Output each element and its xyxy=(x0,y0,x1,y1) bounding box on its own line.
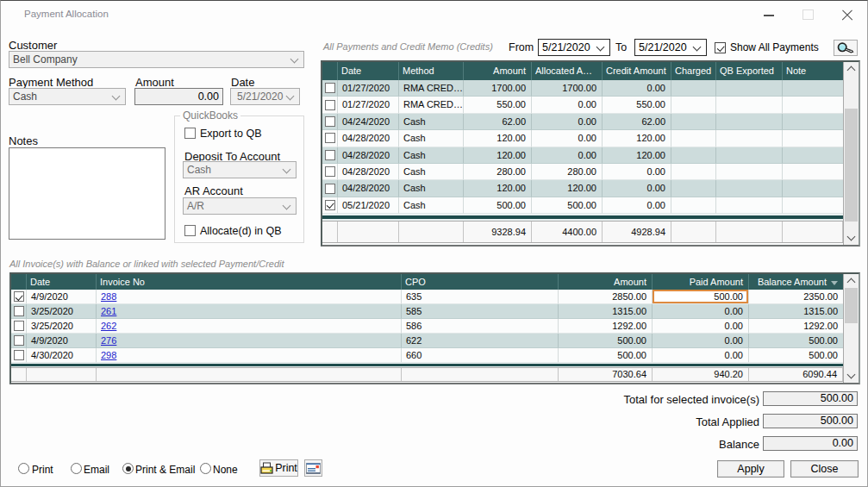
row-checkbox[interactable] xyxy=(14,291,24,302)
payments-col-note[interactable]: Note xyxy=(783,62,843,80)
payments-row[interactable]: 01/27/2020 RMA CRED… 550.00 0.00 550.00 xyxy=(322,97,859,113)
payments-col-qb-exported[interactable]: QB Exported xyxy=(716,62,783,80)
totals-empty-cell xyxy=(322,222,338,242)
invoices-total-paid: 940.20 xyxy=(653,368,749,381)
payment-allocation-dialog: Payment Allocation Customer Bell Company… xyxy=(0,0,868,487)
row-checkbox[interactable] xyxy=(325,150,335,160)
amount-input[interactable]: 0.00 xyxy=(134,88,223,105)
invoice-link[interactable]: 288 xyxy=(101,291,116,302)
payments-row[interactable]: 01/27/2020 RMA CRED… 1700.00 1700.00 0.0… xyxy=(322,80,859,97)
radio-none[interactable] xyxy=(200,463,211,474)
minimize-icon[interactable] xyxy=(764,15,774,16)
balance-cell: 1292.00 xyxy=(749,319,843,334)
row-checkbox[interactable] xyxy=(325,100,335,110)
payments-col-date[interactable]: Date xyxy=(338,62,399,80)
checkbox-cell xyxy=(322,197,338,214)
payments-col-method[interactable]: Method xyxy=(399,62,464,80)
allocated-cell: 1700.00 xyxy=(532,80,603,97)
allocated-cell: 0.00 xyxy=(532,130,603,147)
chevron-down-icon xyxy=(847,233,856,241)
scroll-down-button[interactable] xyxy=(844,368,859,383)
invoice-link[interactable]: 262 xyxy=(101,321,116,331)
invoices-col-amount[interactable]: Amount xyxy=(559,274,653,290)
checkbox-cell xyxy=(11,290,27,304)
totals-empty-cell xyxy=(11,368,27,381)
allocated-in-qb-checkbox[interactable] xyxy=(184,225,196,236)
invoices-row[interactable]: 4/30/2020 298 660 500.00 0.00 500.00 xyxy=(11,348,859,363)
row-checkbox[interactable] xyxy=(325,116,335,127)
print-button[interactable]: Print xyxy=(259,459,298,477)
payments-row[interactable]: 04/28/2020 Cash 120.00 0.00 120.00 xyxy=(322,147,859,164)
maximize-icon[interactable] xyxy=(802,9,814,20)
close-icon[interactable] xyxy=(841,9,853,21)
row-checkbox[interactable] xyxy=(325,83,335,93)
apply-button[interactable]: Apply xyxy=(717,460,784,478)
date-combo[interactable]: 5/21/2020 xyxy=(230,88,300,105)
scroll-up-button[interactable] xyxy=(844,62,859,77)
payments-col-allocated[interactable]: Allocated A… xyxy=(532,62,603,80)
totals-empty-cell xyxy=(783,222,843,242)
invoice-link[interactable]: 298 xyxy=(101,350,116,360)
invoice-link[interactable]: 261 xyxy=(101,306,116,316)
deposit-account-combo[interactable]: Cash xyxy=(183,161,297,178)
chevron-down-icon xyxy=(847,371,856,379)
scrollbar-thumb[interactable] xyxy=(845,288,858,323)
radio-print-and-email[interactable] xyxy=(122,463,134,474)
invoices-row[interactable]: 3/25/2020 262 586 1292.00 0.00 1292.00 xyxy=(11,319,859,334)
payments-col-amount[interactable]: Amount xyxy=(464,62,532,80)
search-button[interactable] xyxy=(834,40,858,56)
payments-scrollbar[interactable] xyxy=(843,62,859,245)
row-checkbox[interactable] xyxy=(14,350,24,360)
charged-cell xyxy=(671,164,716,180)
invoices-col-balance[interactable]: Balance Amount xyxy=(749,274,843,290)
row-checkbox[interactable] xyxy=(325,133,335,143)
close-button[interactable]: Close xyxy=(790,460,859,478)
export-to-qb-checkbox[interactable] xyxy=(184,128,196,139)
total-applied-value: 500.00 xyxy=(763,414,858,428)
invoices-row[interactable]: 3/25/2020 261 585 1315.00 0.00 1315.00 xyxy=(11,304,859,319)
invoices-totals-row: 7030.64 940.20 6090.44 xyxy=(11,367,859,382)
from-date-combo[interactable]: 5/21/2020 xyxy=(538,39,610,56)
ar-account-combo[interactable]: A/R xyxy=(183,197,297,215)
row-checkbox[interactable] xyxy=(14,335,24,346)
invoices-col-date[interactable]: Date xyxy=(27,274,97,290)
payment-method-combo[interactable]: Cash xyxy=(9,88,126,105)
show-all-payments-checkbox[interactable] xyxy=(715,42,726,53)
payments-col-charged[interactable]: Charged xyxy=(671,62,716,80)
row-checkbox[interactable] xyxy=(325,184,335,194)
invoices-scrollbar[interactable] xyxy=(843,274,859,383)
to-date-combo[interactable]: 5/21/2020 xyxy=(634,39,707,56)
customer-combo[interactable]: Bell Company xyxy=(9,51,304,68)
invoices-col-invoice-no[interactable]: Invoice No xyxy=(97,274,402,290)
payments-row[interactable]: 04/24/2020 Cash 62.00 0.00 62.00 xyxy=(322,114,859,130)
payments-row[interactable]: 04/28/2020 Cash 120.00 120.00 0.00 xyxy=(322,180,859,197)
payments-col-credit[interactable]: Credit Amount xyxy=(603,62,671,80)
radio-none-label: None xyxy=(213,464,238,476)
payments-row[interactable]: 05/21/2020 Cash 500.00 500.00 0.00 xyxy=(322,197,859,214)
totals-empty-cell xyxy=(716,222,783,242)
row-checkbox[interactable] xyxy=(14,321,24,331)
radio-email[interactable] xyxy=(71,463,82,474)
balance-label: Balance xyxy=(621,438,759,451)
row-checkbox[interactable] xyxy=(14,306,24,316)
row-checkbox[interactable] xyxy=(325,166,335,177)
notes-textarea[interactable] xyxy=(9,147,165,240)
scroll-down-button[interactable] xyxy=(844,230,859,245)
scrollbar-thumb[interactable] xyxy=(845,109,858,222)
email-setup-button[interactable] xyxy=(304,459,322,477)
payments-row[interactable]: 04/28/2020 Cash 280.00 280.00 0.00 xyxy=(322,164,859,180)
invoices-col-cpo[interactable]: CPO xyxy=(402,274,559,290)
radio-print[interactable] xyxy=(18,463,29,474)
payments-row[interactable]: 04/28/2020 Cash 120.00 0.00 120.00 xyxy=(322,130,859,147)
qb-exported-cell xyxy=(716,114,783,130)
row-checkbox[interactable] xyxy=(325,200,335,210)
allocated-cell: 0.00 xyxy=(532,97,603,113)
invoice-link[interactable]: 276 xyxy=(101,335,116,346)
invoices-col-paid[interactable]: Paid Amount xyxy=(653,274,749,290)
scroll-up-button[interactable] xyxy=(844,274,859,289)
totals-empty-cell xyxy=(338,222,399,242)
invoices-col-balance-label: Balance Amount xyxy=(758,277,827,287)
invoices-row[interactable]: 4/9/2020 288 635 2850.00 500.00 2350.00 xyxy=(11,290,859,304)
invoices-row[interactable]: 4/9/2020 276 622 500.00 0.00 500.00 xyxy=(11,334,859,348)
paid-amount-active-cell[interactable]: 500.00 xyxy=(653,290,749,304)
